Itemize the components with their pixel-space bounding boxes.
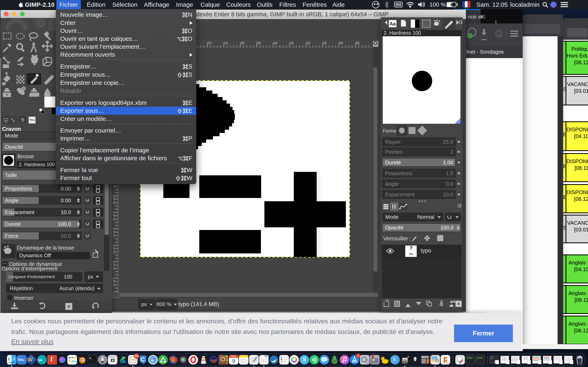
svg-text:360: 360 — [446, 362, 450, 364]
svg-text:C: C — [140, 356, 145, 363]
